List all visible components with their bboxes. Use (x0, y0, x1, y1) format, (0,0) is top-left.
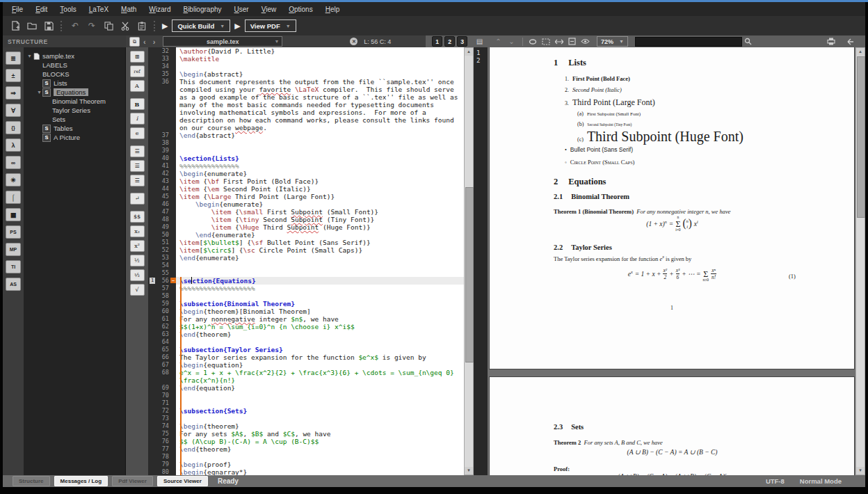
line-number[interactable]: 50 (148, 231, 171, 239)
fold-column[interactable] (171, 392, 176, 399)
fold-column[interactable] (171, 177, 176, 185)
line-number[interactable]: 52 (148, 246, 171, 254)
editor-line-71[interactable]: 71 (148, 399, 464, 407)
fold-column[interactable] (171, 384, 176, 392)
structure-item-labels[interactable]: LABELS (24, 61, 125, 70)
editor-line-46[interactable]: 46 \begin{enumerate} (148, 200, 464, 208)
metapost-tab[interactable]: MP (6, 243, 21, 256)
line-number[interactable]: 37 (148, 132, 171, 139)
menu-options[interactable]: Options (282, 6, 319, 13)
line-number[interactable]: 45 (148, 193, 171, 200)
editor-line-62[interactable]: 62$$(1+x)^n = \sum_{i=0}^n {n \choose i}… (148, 323, 464, 330)
editor-line-61[interactable]: 61For any nonnegative integer $n$, we ha… (148, 315, 464, 323)
ref-tag[interactable]: ref (130, 65, 145, 77)
line-number[interactable] (148, 86, 171, 93)
fold-column[interactable] (171, 376, 176, 384)
fold-column[interactable] (171, 285, 176, 292)
pdf-preview-area[interactable]: 1Lists1.First Point (Bold Face)2.Second … (488, 47, 855, 475)
newline-tag[interactable]: ↵ (130, 193, 145, 205)
fold-column[interactable] (171, 86, 176, 93)
pdf-page-number-strip[interactable]: 12 (474, 47, 488, 475)
subscript-tag[interactable]: x₂ (130, 225, 145, 237)
structure-item-a-picture[interactable]: SA Picture (24, 133, 125, 142)
pstricks-tab[interactable]: PS (6, 225, 21, 239)
new-document-icon[interactable] (7, 19, 24, 33)
structure-item-binomial-theorem[interactable]: Binomial Theorem (24, 97, 125, 106)
line-number[interactable]: 33 (148, 55, 171, 63)
line-number[interactable]: 79 (148, 461, 171, 468)
menu-math[interactable]: Math (115, 6, 143, 13)
line-number[interactable] (148, 116, 171, 124)
line-number[interactable]: 66 (148, 353, 171, 361)
fold-column[interactable] (171, 93, 176, 101)
editor-line-48[interactable]: 48 \item {\tiny Second Subpoint (Tiny Fo… (148, 216, 464, 223)
editor-line-38[interactable]: 38 (148, 139, 464, 147)
editor-line-wrap[interactable]: \frac{x^n}{n!} (148, 376, 464, 384)
editor-line-39[interactable]: 39 (148, 147, 464, 154)
fold-column[interactable] (171, 422, 176, 430)
fold-column[interactable] (171, 269, 176, 277)
source-editor[interactable]: 32\author{David P. Little}33\maketitle34… (148, 47, 464, 476)
editor-line-79[interactable]: 79\begin{proof} (148, 461, 464, 468)
menu-tools[interactable]: Tools (54, 6, 82, 13)
editor-line-36[interactable]: 36This document represents the output fr… (148, 78, 464, 86)
itemize-tag[interactable]: ☰ (130, 145, 145, 157)
fold-column[interactable] (171, 445, 176, 453)
editor-line-wrap[interactable]: involving mathematical symbols and expre… (148, 109, 464, 116)
footnote-tag[interactable]: A (130, 80, 145, 92)
menu-latex[interactable]: LaTeX (83, 6, 115, 13)
editor-line-42[interactable]: 42\begin{enumerate} (148, 170, 464, 177)
integral-symbols-tab[interactable]: ⌠ (6, 191, 21, 204)
editor-line-37[interactable]: 37\end{abstract} (148, 132, 464, 139)
menu-bibliography[interactable]: Bibliography (177, 6, 227, 13)
run-quick-build-icon[interactable]: ▶ (162, 22, 168, 31)
fold-column[interactable] (171, 154, 176, 162)
fold-column[interactable] (171, 323, 176, 330)
collapse-icon[interactable]: ▼ (36, 90, 42, 95)
redo-icon[interactable]: ↷ (83, 19, 100, 33)
focus-editor-icon[interactable]: ⧉ (129, 37, 140, 47)
structure-item-blocks[interactable]: BLOCKS (24, 70, 125, 79)
fold-column[interactable] (171, 254, 176, 262)
zoom-level-combo[interactable]: 72% ▼ (597, 36, 628, 47)
marquee-zoom-icon[interactable] (540, 37, 552, 46)
line-number[interactable]: 69 (148, 384, 171, 392)
asymptote-tab[interactable]: AS (6, 278, 21, 291)
structure-item-equations[interactable]: ▼SEquations (24, 88, 125, 97)
line-number[interactable]: 49 (148, 223, 171, 231)
emph-tag[interactable]: e (130, 127, 145, 139)
fold-column[interactable] (171, 292, 176, 300)
editor-line-76[interactable]: 76$$ (A\cup B)-(C-A) = A \cup (B-C)$$ (148, 438, 464, 445)
editor-line-50[interactable]: 50 \end{enumerate} (148, 231, 464, 239)
external-viewer-icon[interactable] (844, 37, 855, 46)
line-number[interactable]: 36 (148, 78, 171, 86)
line-number[interactable]: 68 (148, 369, 171, 376)
print-icon[interactable] (825, 37, 837, 46)
open-file-icon[interactable] (24, 19, 40, 33)
line-number[interactable]: 59 (148, 300, 171, 308)
editor-line-wrap[interactable]: description on how each command works, p… (148, 116, 464, 124)
line-number[interactable]: 34 (148, 63, 171, 70)
undo-icon[interactable]: ↶ (67, 19, 83, 33)
fold-column[interactable] (171, 415, 176, 422)
pdf-page-1[interactable]: 1Lists1.First Point (Bold Face)2.Second … (489, 47, 855, 369)
fold-column[interactable] (171, 47, 176, 55)
editor-line-69[interactable]: 69\end{equation} (148, 384, 464, 392)
editor-line-43[interactable]: 43\item {\bf First Point (Bold Face)} (148, 177, 464, 185)
close-document-icon[interactable]: ✕ (350, 38, 357, 45)
menu-help[interactable]: Help (319, 6, 346, 13)
fold-column[interactable] (171, 239, 176, 246)
misc-symbols-tab[interactable]: ∀ (6, 104, 21, 117)
line-number[interactable]: 55 (148, 269, 171, 277)
fold-column[interactable] (171, 399, 176, 407)
tikz-tab[interactable]: TI (6, 260, 21, 273)
paste-icon[interactable] (134, 19, 150, 33)
inline-math-tag[interactable]: $$ (130, 211, 145, 223)
search-icon[interactable] (742, 37, 754, 46)
line-number[interactable]: 39 (148, 147, 171, 154)
line-number[interactable]: 54 (148, 262, 171, 269)
editor-line-75[interactable]: 75For any sets $A$, $B$ and $C$, we have (148, 430, 464, 438)
line-number[interactable]: 70 (148, 392, 171, 399)
structure-item-taylor-series[interactable]: Taylor Series (24, 106, 125, 115)
pointer-tool-icon[interactable] (527, 37, 538, 46)
